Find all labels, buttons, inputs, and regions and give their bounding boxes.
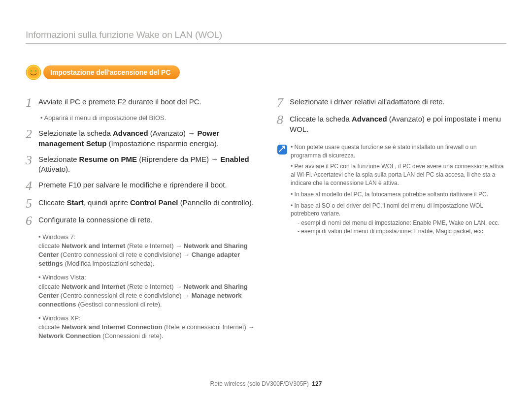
- step-text: Avviate il PC e premete F2 durante il bo…: [38, 97, 201, 108]
- step-number: 1: [26, 97, 38, 108]
- note-item: Per avviare il PC con la funzione WOL, i…: [291, 162, 506, 187]
- step-1: 1 Avviate il PC e premete F2 durante il …: [26, 97, 255, 108]
- step-3: 3 Selezionate Resume on PME (Riprendere …: [26, 154, 255, 175]
- step-2: 2 Selezionate la scheda Advanced (Avanza…: [26, 128, 255, 149]
- note-box: Non potete usare questa funzione se è st…: [277, 143, 506, 239]
- step-6-sub: Windows 7: cliccate Network and Internet…: [38, 233, 255, 341]
- two-column-layout: 1 Avviate il PC e premete F2 durante il …: [26, 97, 506, 346]
- note-subitem: esempi di valori del menu di impostazion…: [298, 227, 506, 236]
- manual-page: Informazioni sulla funzione Wake on LAN …: [0, 0, 532, 401]
- step-5: 5 Cliccate Start, quindi aprite Control …: [26, 198, 255, 209]
- step-text: Configurate la connessione di rete.: [38, 215, 153, 226]
- step-1-sub: Apparirà il menu di impostazione del BIO…: [40, 114, 255, 122]
- step-number: 3: [26, 154, 38, 175]
- step-number: 5: [26, 198, 38, 209]
- left-column: 1 Avviate il PC e premete F2 durante il …: [26, 97, 255, 346]
- svg-point-2: [31, 70, 32, 71]
- step-text: Cliccate Start, quindi aprite Control Pa…: [38, 198, 254, 209]
- step-number: 2: [26, 128, 38, 149]
- page-header: Informazioni sulla funzione Wake on LAN …: [26, 30, 506, 44]
- step-text: Selezionate la scheda Advanced (Avanzato…: [38, 128, 255, 149]
- note-list: Non potete usare questa funzione se è st…: [291, 143, 506, 239]
- page-footer: Rete wireless (solo DV300F/DV305F) 127: [0, 380, 532, 387]
- step-text: Selezionate i driver relativi all'adatta…: [290, 97, 445, 108]
- svg-point-1: [28, 66, 39, 78]
- section-heading-row: Impostazione dell'accensione del PC: [26, 64, 506, 80]
- step-7: 7 Selezionate i driver relativi all'adat…: [277, 97, 506, 108]
- right-column: 7 Selezionate i driver relativi all'adat…: [277, 97, 506, 346]
- note-item: In base al modello del PC, la fotocamera…: [291, 190, 506, 199]
- svg-point-3: [35, 70, 36, 71]
- note-icon: [277, 144, 288, 155]
- step-text: Selezionate Resume on PME (Riprendere da…: [38, 154, 255, 175]
- step-number: 4: [26, 180, 38, 191]
- step-number: 6: [26, 215, 38, 226]
- section-heading-pill: Impostazione dell'accensione del PC: [43, 65, 180, 79]
- step-text: Premete F10 per salvare le modifiche e r…: [38, 180, 227, 191]
- smiley-sun-icon: [26, 64, 41, 80]
- step-text: Cliccate la scheda Advanced (Avanzato) e…: [290, 114, 506, 134]
- footer-section: Rete wireless (solo DV300F/DV305F): [210, 380, 309, 387]
- step-4: 4 Premete F10 per salvare le modifiche e…: [26, 180, 255, 191]
- step-number: 8: [277, 114, 290, 134]
- note-subitem: esempi di nomi del menu di impostazione:…: [298, 219, 506, 227]
- note-item: In base al SO o dei driver del PC, i nom…: [291, 202, 506, 236]
- step-number: 7: [277, 97, 290, 108]
- step-8: 8 Cliccate la scheda Advanced (Avanzato)…: [277, 114, 506, 134]
- step-6: 6 Configurate la connessione di rete.: [26, 215, 255, 226]
- note-item: Non potete usare questa funzione se è st…: [291, 143, 506, 160]
- page-number: 127: [312, 380, 322, 387]
